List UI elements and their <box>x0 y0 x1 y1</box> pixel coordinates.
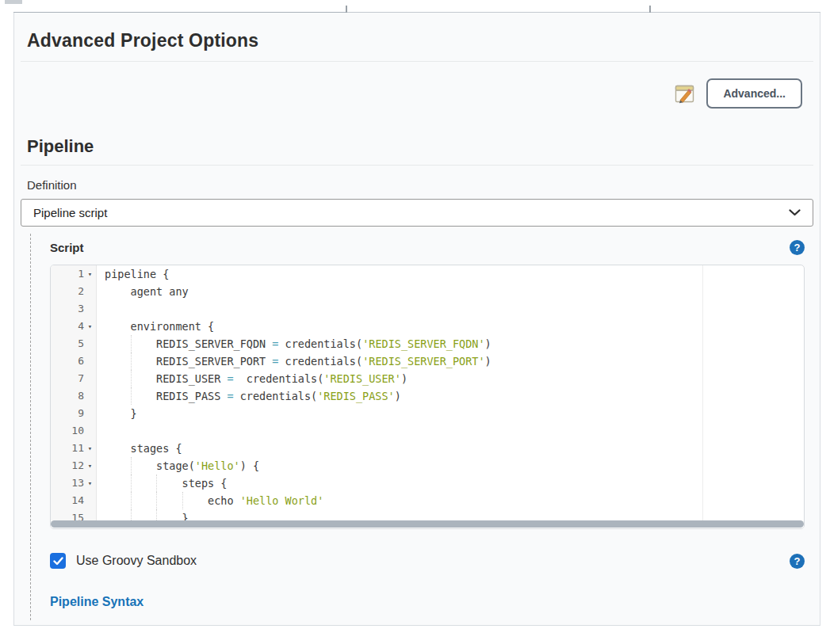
line-number: 2 <box>51 283 97 300</box>
code-line[interactable]: 1▾pipeline { <box>51 265 804 283</box>
line-number: 13▾ <box>51 474 97 492</box>
line-number: 8 <box>51 387 97 405</box>
code-line[interactable]: 15} <box>51 509 804 520</box>
sandbox-help-icon[interactable]: ? <box>790 554 805 569</box>
code-line[interactable]: 14echo 'Hello World' <box>51 492 804 509</box>
fold-arrow-icon[interactable]: ▾ <box>84 440 96 457</box>
pipeline-syntax-link[interactable]: Pipeline Syntax <box>50 595 143 609</box>
section-divider <box>21 61 813 62</box>
window-fragment <box>5 0 22 4</box>
column-ruler <box>702 265 703 520</box>
line-number: 1▾ <box>51 265 97 283</box>
code-line[interactable]: 3 <box>51 300 804 318</box>
edit-description-icon[interactable] <box>674 83 696 104</box>
code-line[interactable]: 10 <box>51 422 804 440</box>
config-panel: Advanced Project Options Advanced... Pip… <box>13 13 820 626</box>
script-label: Script <box>50 241 84 254</box>
definition-label: Definition <box>27 178 820 192</box>
code-line[interactable]: 6REDIS_SERVER_PORT = credentials('REDIS_… <box>51 352 804 370</box>
line-number: 14 <box>51 492 97 509</box>
script-row: Script ? <box>50 236 805 258</box>
definition-select[interactable]: Pipeline script <box>21 199 813 227</box>
code-line[interactable]: 4▾environment { <box>51 318 804 335</box>
code-line[interactable]: 5REDIS_SERVER_FQDN = credentials('REDIS_… <box>51 335 804 352</box>
line-number: 15 <box>51 509 97 520</box>
fold-arrow-icon[interactable]: ▾ <box>84 265 96 283</box>
section-divider <box>21 165 813 166</box>
code-line[interactable]: 9} <box>51 405 804 422</box>
code-editor[interactable]: 1▾pipeline {2agent any34▾environment {5R… <box>50 265 805 529</box>
chevron-down-icon <box>788 206 801 220</box>
line-number: 7 <box>51 370 97 387</box>
groovy-sandbox-checkbox[interactable] <box>50 553 66 569</box>
jenkins-config-page: Advanced Project Options Advanced... Pip… <box>0 0 830 644</box>
code-line[interactable]: 12▾stage('Hello') { <box>51 457 804 474</box>
line-number: 4▾ <box>51 318 97 335</box>
line-number: 6 <box>51 352 97 370</box>
line-number: 5 <box>51 335 97 352</box>
code-editor-lines[interactable]: 1▾pipeline {2agent any34▾environment {5R… <box>51 265 804 520</box>
scrollbar-thumb[interactable] <box>51 520 804 528</box>
groovy-sandbox-option[interactable]: Use Groovy Sandbox <box>50 553 197 569</box>
sandbox-label: Use Groovy Sandbox <box>76 554 197 568</box>
fold-arrow-icon[interactable]: ▾ <box>84 318 96 335</box>
line-number: 12▾ <box>51 457 97 474</box>
page-title: Advanced Project Options <box>27 30 820 51</box>
code-line[interactable]: 8REDIS_PASS = credentials('REDIS_PASS') <box>51 387 804 405</box>
pipeline-definition-section: Script ? 1▾pipeline {2agent any34▾enviro… <box>30 234 820 620</box>
horizontal-scrollbar[interactable] <box>51 520 804 528</box>
code-line[interactable]: 11▾stages { <box>51 440 804 457</box>
line-number: 3 <box>51 300 97 318</box>
line-number: 11▾ <box>51 440 97 457</box>
fold-arrow-icon[interactable]: ▾ <box>84 457 96 474</box>
code-line[interactable]: 7REDIS_USER = credentials('REDIS_USER') <box>51 370 804 387</box>
advanced-options-row: Advanced... <box>14 78 802 109</box>
code-line[interactable]: 2agent any <box>51 283 804 300</box>
line-number: 9 <box>51 405 97 422</box>
definition-select-value: Pipeline script <box>33 206 107 219</box>
fold-arrow-icon[interactable]: ▾ <box>84 474 96 492</box>
advanced-button[interactable]: Advanced... <box>706 78 802 109</box>
line-number: 10 <box>51 422 97 440</box>
script-help-icon[interactable]: ? <box>790 240 805 255</box>
sandbox-row: Use Groovy Sandbox ? <box>50 553 805 569</box>
code-line[interactable]: 13▾steps { <box>51 474 804 492</box>
pipeline-section-title: Pipeline <box>27 136 820 157</box>
